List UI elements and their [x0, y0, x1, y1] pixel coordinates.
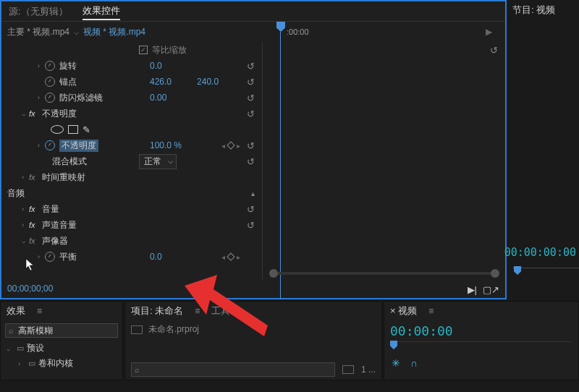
stopwatch-icon[interactable]: [45, 93, 55, 103]
expand-arrow-icon[interactable]: ›: [22, 205, 29, 213]
tab-program[interactable]: 节目: 视频: [507, 0, 579, 20]
fx-icon[interactable]: fx: [29, 237, 39, 245]
bin-icon[interactable]: [342, 365, 354, 374]
stopwatch-icon[interactable]: [45, 61, 55, 71]
tab-tools[interactable]: 工具: [211, 304, 230, 318]
add-keyframe-icon[interactable]: [227, 252, 234, 260]
rotation-row: › 旋转 0.0 ↺: [1, 58, 262, 74]
program-timecode[interactable]: 00:00:00:00: [504, 246, 576, 259]
rect-mask-icon[interactable]: [68, 125, 78, 134]
reset-icon[interactable]: ↺: [247, 108, 255, 119]
prev-keyframe-icon[interactable]: ◂: [221, 142, 225, 150]
tab-effects[interactable]: 效果: [7, 304, 25, 318]
project-filename: 未命名.prproj: [148, 323, 199, 336]
reset-icon[interactable]: ↺: [247, 140, 255, 151]
tab-source[interactable]: 源:（无剪辑）: [9, 4, 68, 20]
chevron-down-icon[interactable]: ⌵: [22, 110, 29, 117]
snap-icon[interactable]: ✳: [392, 357, 400, 369]
scroll-handle-right[interactable]: [491, 269, 499, 278]
panel-menu-icon[interactable]: ≡: [428, 306, 434, 316]
reset-icon[interactable]: ↺: [247, 61, 255, 72]
effects-search-input[interactable]: [18, 325, 127, 336]
balance-row: › 平衡 0.0 ◂ ▸: [1, 249, 262, 265]
expand-arrow-icon[interactable]: ›: [22, 221, 29, 229]
opacity-value[interactable]: 100.0 %: [150, 140, 182, 150]
effect-controls-panel: 源:（无剪辑） 效果控件 主要 * 视频.mp4 ⌵ 视频 * 视频.mp4 ▶…: [0, 0, 507, 299]
opacity-section-label: 不透明度: [42, 108, 77, 120]
antiflicker-value[interactable]: 0.00: [150, 93, 166, 103]
add-keyframe-icon[interactable]: [227, 141, 234, 149]
tab-sequence[interactable]: × 视频: [390, 304, 417, 318]
channel-volume-row[interactable]: › fx 声道音量 ↺: [1, 217, 262, 233]
magnet-icon[interactable]: ∩: [410, 357, 418, 369]
anchor-label: 锚点: [59, 76, 77, 88]
master-clip-label[interactable]: 主要 * 视频.mp4: [7, 26, 69, 38]
audio-section-row[interactable]: 音频 ▴: [1, 185, 262, 201]
pen-mask-icon[interactable]: ✎: [83, 124, 90, 135]
audio-section-label: 音频: [7, 187, 25, 200]
project-panel: 项目: 未命名 ≡ 工具 未命名.prproj ⌕ 1 ...: [124, 301, 382, 380]
prev-keyframe-icon[interactable]: ◂: [221, 253, 225, 261]
stopwatch-icon[interactable]: [45, 77, 55, 87]
blend-mode-dropdown[interactable]: 正常: [139, 154, 177, 169]
anchor-x-value[interactable]: 426.0: [150, 77, 172, 87]
kernel-folder[interactable]: › ▭ 卷和内核: [1, 356, 122, 371]
stopwatch-icon[interactable]: [45, 140, 55, 150]
timeline-panel: × 视频 ≡ 00:00:00 ✳ ∩: [384, 301, 579, 380]
effects-panel: 效果 ≡ ⌕ × ⌵ ▭ 预设 › ▭ 卷和内核: [0, 301, 123, 380]
uniform-scale-label: 等比缩放: [152, 44, 187, 56]
expand-arrow-icon[interactable]: ›: [38, 62, 45, 69]
next-keyframe-icon[interactable]: ▸: [237, 253, 240, 261]
panel-menu-icon[interactable]: ≡: [37, 306, 42, 316]
mini-timeline-ruler[interactable]: :00:00: [269, 22, 505, 42]
timecode-display[interactable]: 00;00;00;00: [1, 279, 505, 298]
expand-arrow-icon[interactable]: ›: [38, 253, 45, 260]
tab-project[interactable]: 项目: 未命名: [131, 304, 183, 318]
uniform-scale-checkbox[interactable]: ✓: [139, 46, 148, 54]
chevron-down-icon[interactable]: ⌵: [22, 237, 29, 244]
scroll-handle-left[interactable]: [269, 269, 278, 278]
fx-icon[interactable]: fx: [29, 221, 39, 229]
timeline-ruler[interactable]: [390, 341, 572, 356]
volume-row[interactable]: › fx 音量 ↺: [1, 201, 262, 217]
expand-arrow-icon[interactable]: ›: [38, 94, 45, 101]
effects-search[interactable]: ⌕ ×: [5, 323, 118, 338]
timeline-scrollbar[interactable]: [269, 269, 499, 278]
next-keyframe-icon[interactable]: ▸: [237, 142, 240, 150]
program-ruler[interactable]: [512, 268, 579, 279]
ellipse-mask-icon[interactable]: [51, 125, 64, 134]
reset-icon[interactable]: ↺: [247, 156, 255, 167]
rotation-value[interactable]: 0.0: [150, 61, 162, 71]
panel-tabs: 源:（无剪辑） 效果控件: [1, 1, 505, 22]
expand-arrow-icon[interactable]: ›: [22, 174, 29, 181]
anchor-y-value[interactable]: 240.0: [197, 77, 219, 87]
item-count: 1 ...: [361, 365, 376, 375]
keyframe-timeline-area[interactable]: [262, 42, 505, 279]
fx-icon[interactable]: fx: [29, 109, 39, 118]
panner-row[interactable]: ⌵ fx 声像器: [1, 233, 262, 249]
time-remap-row[interactable]: › fx 时间重映射: [1, 169, 262, 185]
fx-icon[interactable]: fx: [29, 205, 39, 213]
reset-icon[interactable]: ↺: [247, 220, 255, 231]
project-search[interactable]: ⌕: [131, 362, 335, 377]
expand-arrow-icon[interactable]: ›: [38, 142, 45, 149]
reset-icon[interactable]: ↺: [247, 204, 255, 215]
panner-label: 声像器: [42, 235, 68, 247]
antiflicker-label: 防闪烁滤镜: [59, 92, 103, 104]
reset-icon[interactable]: ↺: [247, 93, 255, 103]
reset-icon[interactable]: ↺: [247, 77, 255, 88]
channel-volume-label: 声道音量: [42, 219, 77, 231]
play-to-out-icon[interactable]: ▶|: [468, 284, 477, 295]
preset-folder[interactable]: ⌵ ▭ 预设: [1, 341, 122, 356]
tab-effect-controls[interactable]: 效果控件: [83, 3, 120, 20]
fx-icon[interactable]: fx: [29, 173, 39, 182]
export-frame-icon[interactable]: ▢↗: [483, 284, 499, 295]
timeline-timecode[interactable]: 00:00:00: [384, 320, 578, 341]
collapse-icon[interactable]: ▴: [251, 189, 255, 197]
balance-value[interactable]: 0.0: [150, 252, 162, 262]
sequence-clip-label[interactable]: 视频 * 视频.mp4: [83, 26, 145, 38]
project-search-input[interactable]: [144, 365, 331, 375]
stopwatch-icon[interactable]: [45, 252, 55, 262]
opacity-section-row[interactable]: ⌵ fx 不透明度 ↺: [1, 106, 262, 122]
panel-menu-icon[interactable]: ≡: [195, 306, 200, 316]
